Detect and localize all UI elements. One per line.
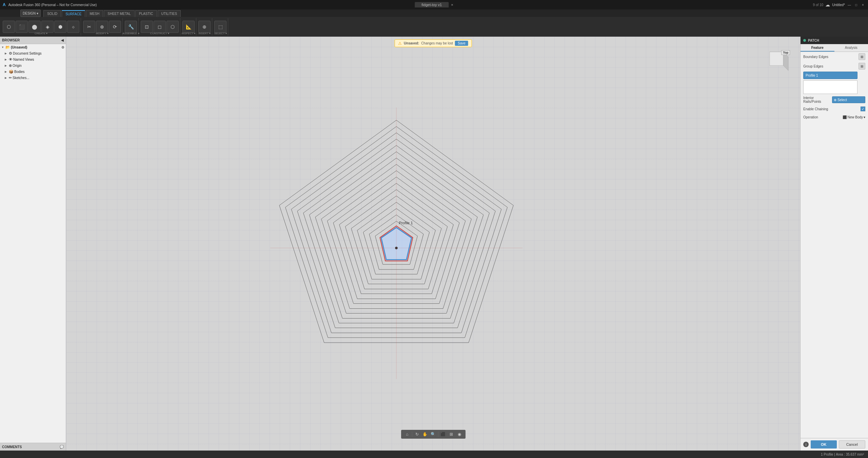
- patch-tabs: Feature Analysis: [801, 44, 868, 52]
- construct-btn-3[interactable]: ⬡: [166, 21, 179, 33]
- page-indicator: 9 of 10: [813, 3, 824, 7]
- browser-item-doc-settings[interactable]: ▶ ⚙ Document Settings: [0, 50, 66, 56]
- assemble-btn-1[interactable]: 🔧: [125, 21, 137, 33]
- browser-expand-icon[interactable]: ◀: [61, 38, 64, 42]
- close-file-icon[interactable]: ×: [451, 3, 453, 7]
- create-btn-6[interactable]: ⟐: [67, 21, 79, 33]
- comments-header: COMMENTS 💬: [0, 443, 66, 451]
- display-mode-icon[interactable]: ⬛: [440, 431, 447, 438]
- tab-plastic[interactable]: PLASTIC: [135, 10, 157, 17]
- title-bar-left: A Autodesk Fusion 360 (Personal – Not fo…: [3, 2, 97, 7]
- expand-icon-bodies: ▶: [5, 70, 8, 73]
- enable-chaining-row: Enable Chaining ✓: [801, 105, 868, 113]
- warning-detail: Changes may be lost: [421, 41, 453, 45]
- environment-icon[interactable]: ◉: [456, 431, 463, 438]
- patch-icon: ⬢: [58, 24, 62, 30]
- boundary-edges-row: Boundary Edges ⊞: [801, 52, 868, 61]
- toolbar-group-construct: ⊡ ◻ ⬡ CONSTRUCT ▾: [139, 18, 180, 36]
- modify-btn-1[interactable]: ✂: [83, 21, 95, 33]
- create-btn-1[interactable]: ⬡: [3, 21, 15, 33]
- viewport[interactable]: ⚠ Unsaved: Changes may be lost Save Top: [66, 37, 800, 451]
- operation-select[interactable]: ⬛ New Body ▾: [843, 115, 865, 119]
- operation-row: Operation ⬛ New Body ▾: [801, 113, 868, 121]
- comments-section: COMMENTS 💬: [0, 443, 66, 451]
- info-button[interactable]: i: [803, 442, 809, 447]
- inspect-btn-1[interactable]: 📐: [182, 21, 195, 33]
- select-btn-1[interactable]: ⬚: [214, 21, 226, 33]
- browser-item-bodies[interactable]: ▶ 📦 Bodies: [0, 69, 66, 75]
- construct-btn-1[interactable]: ⊡: [141, 21, 153, 33]
- design-dropdown[interactable]: DESIGN ▾: [20, 9, 41, 17]
- orbit-icon[interactable]: ↻: [414, 431, 420, 438]
- axis-icon: ◻: [158, 24, 162, 30]
- tab-utilities[interactable]: UTILITIES: [158, 10, 181, 17]
- tab-sheet-metal[interactable]: SHEET METAL: [104, 10, 135, 17]
- tab-feature[interactable]: Feature: [801, 44, 834, 52]
- insert-btn-1[interactable]: ⊕: [198, 21, 211, 33]
- nav-cube-top-label[interactable]: Top: [781, 50, 790, 55]
- comments-icon[interactable]: 💬: [60, 445, 64, 449]
- group-edges-icon: ⊞: [861, 64, 863, 68]
- browser-item-named-views[interactable]: ▶ 👁 Named Views: [0, 56, 66, 62]
- create-btn-4[interactable]: ◈: [41, 21, 54, 33]
- toolbar-group-modify: ✂ ⊕ ⟳ MODIFY ▾: [82, 18, 123, 36]
- boundary-edges-input[interactable]: ⊞: [859, 53, 865, 60]
- assemble-label: ASSEMBLE ▾: [122, 32, 139, 35]
- browser-item-unsaved[interactable]: ▼ 📂 (Unsaved) ⚙: [0, 44, 66, 50]
- warning-bar: ⚠ Unsaved: Changes may be lost Save: [394, 39, 472, 47]
- revolve-icon: ⬛: [19, 24, 25, 30]
- tab-analysis[interactable]: Analysis: [834, 44, 868, 52]
- tab-mesh[interactable]: MESH: [86, 10, 103, 17]
- patch-title: PATCH: [808, 39, 819, 42]
- pentagon-svg: Profile 1: [261, 108, 532, 379]
- zoom-icon[interactable]: 🔍: [430, 431, 437, 438]
- trim-icon: ✂: [87, 24, 91, 30]
- group-edges-input[interactable]: ⊞: [859, 63, 865, 70]
- construct-label: CONSTRUCT ▾: [150, 32, 169, 35]
- cancel-button[interactable]: Cancel: [839, 440, 866, 449]
- save-button[interactable]: Save: [455, 41, 468, 46]
- create-btn-2[interactable]: ⬛: [16, 21, 28, 33]
- operation-label: Operation: [803, 115, 818, 119]
- create-btn-5[interactable]: ⬢: [54, 21, 66, 33]
- namedviews-icon: 👁: [9, 57, 13, 61]
- settings-icon[interactable]: ⚙: [61, 45, 64, 49]
- browser-item-sketches[interactable]: ▶ ✏ Sketches...: [0, 75, 66, 81]
- profile-selected-item[interactable]: Profile 1: [803, 72, 857, 79]
- profile-empty-area: [803, 80, 857, 94]
- tab-surface[interactable]: SURFACE: [62, 10, 85, 17]
- nav-cube[interactable]: Top: [763, 50, 793, 81]
- ok-button[interactable]: OK: [811, 440, 837, 449]
- interior-rails-row: Interior Rails/Points ⊕ Select: [801, 95, 868, 105]
- construct-btn-2[interactable]: ◻: [154, 21, 166, 33]
- enable-chaining-checkbox[interactable]: ✓: [861, 107, 865, 111]
- grid-icon[interactable]: ⊞: [448, 431, 455, 438]
- create-btn-3[interactable]: ⬤: [28, 21, 41, 33]
- select-label: SELECT ▾: [214, 32, 226, 35]
- title-bar: A Autodesk Fusion 360 (Personal – Not fo…: [0, 0, 868, 9]
- dropdown-arrow: ▾: [864, 115, 865, 119]
- separator-2: [438, 432, 438, 437]
- file-tab[interactable]: fidget-toy v1 ×: [415, 3, 453, 7]
- modify-btn-3[interactable]: ⟳: [109, 21, 121, 33]
- interior-rails-select[interactable]: ⊕ Select: [832, 96, 865, 103]
- pentagon-drawing: Profile 1: [261, 108, 532, 380]
- minimize-button[interactable]: —: [847, 2, 852, 7]
- tab-solid[interactable]: SOLID: [43, 10, 61, 17]
- toolbar-group-select: ⬚ SELECT ▾: [213, 18, 228, 36]
- pan-icon[interactable]: ✋: [422, 431, 429, 438]
- enable-chaining-label: Enable Chaining: [803, 107, 828, 111]
- patch-footer: i OK Cancel: [801, 438, 868, 451]
- close-button[interactable]: ×: [861, 2, 865, 7]
- interior-rails-label: Interior Rails/Points: [803, 96, 832, 103]
- modify-btn-2[interactable]: ⊕: [96, 21, 108, 33]
- right-panel: PATCH Feature Analysis Boundary Edges ⊞ …: [800, 37, 868, 451]
- sweep-icon: ⬤: [32, 24, 37, 30]
- home-icon[interactable]: ⌂: [404, 431, 411, 438]
- extend-icon: ⊕: [100, 24, 104, 30]
- maximize-button[interactable]: □: [854, 2, 859, 7]
- browser-item-origin[interactable]: ▶ ⊕ Origin: [0, 62, 66, 69]
- warning-text: Unsaved:: [404, 41, 419, 45]
- measure-icon: 📐: [186, 24, 192, 30]
- svg-text:Profile 1: Profile 1: [399, 221, 413, 225]
